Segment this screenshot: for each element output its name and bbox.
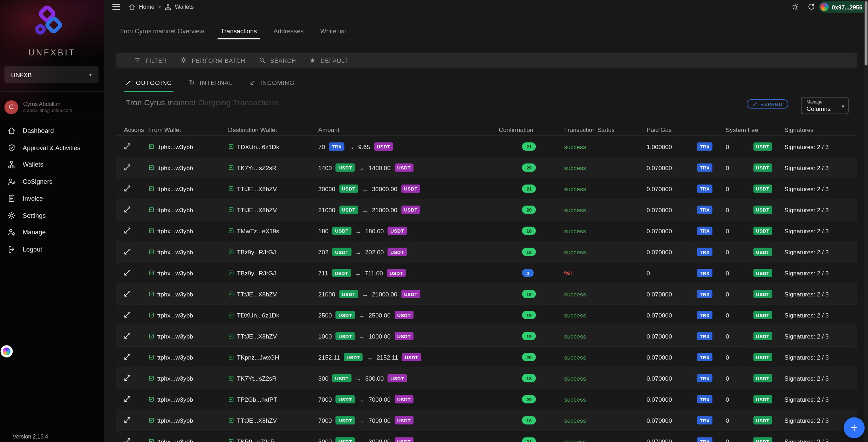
- contract-icon: [228, 417, 234, 423]
- contract-icon: [228, 270, 234, 276]
- destination-wallet-address[interactable]: TKpnz...JwxGH: [237, 354, 279, 361]
- destination-wallet-address[interactable]: TTtJE...X8hZV: [237, 185, 277, 192]
- from-wallet-address[interactable]: ttphx...w3ybb: [157, 248, 193, 255]
- token-badge: USDT: [332, 374, 351, 382]
- from-wallet-address[interactable]: ttphx...w3ybb: [157, 206, 193, 213]
- contract-icon: [148, 228, 154, 234]
- sidebar-item-wallets[interactable]: Wallets: [0, 156, 104, 173]
- confirmation-badge: 18: [522, 374, 536, 382]
- row-expand-icon[interactable]: [123, 289, 131, 297]
- from-wallet-address[interactable]: ttphx...w3ybb: [157, 396, 193, 403]
- destination-wallet-address[interactable]: TBz9y...RJrGJ: [237, 270, 276, 276]
- signatures: Signatures: 2 / 3: [784, 164, 857, 171]
- row-expand-icon[interactable]: [123, 184, 131, 192]
- breadcrumb-home[interactable]: Home: [139, 3, 155, 10]
- from-wallet-address[interactable]: ttphx...w3ybb: [157, 291, 193, 297]
- from-wallet-address[interactable]: ttphx...w3ybb: [157, 270, 193, 276]
- tab-overview[interactable]: Tron Cyrus mainnet Overview: [117, 24, 207, 39]
- row-expand-icon[interactable]: [123, 268, 131, 276]
- breadcrumb-wallets[interactable]: Wallets: [175, 3, 194, 10]
- destination-wallet-address[interactable]: TBz9y...RJrGJ: [237, 248, 276, 255]
- from-wallet-address[interactable]: ttphx...w3ybb: [157, 227, 193, 234]
- system-fee-value: 0: [726, 164, 729, 171]
- destination-wallet-address[interactable]: TP2Gb...hxfPT: [237, 396, 277, 403]
- row-expand-icon[interactable]: [123, 205, 131, 213]
- tab-outgoing[interactable]: ↗ OUTGOING: [124, 76, 173, 92]
- filter-button[interactable]: FILTER: [134, 56, 167, 64]
- tab-addresses[interactable]: Addresses: [270, 24, 307, 39]
- from-wallet-address[interactable]: ttphx...w3ybb: [157, 185, 193, 192]
- default-button[interactable]: ★ DEFAULT: [309, 56, 348, 64]
- transaction-status: success: [564, 312, 586, 319]
- tab-white-list[interactable]: White list: [317, 24, 349, 39]
- scrollbar[interactable]: [864, 0, 868, 442]
- wallet-address-badge[interactable]: 0x97...2956: [819, 1, 868, 13]
- signatures: Signatures: 2 / 3: [784, 227, 857, 234]
- table-toolbar: FILTER PERFORM BATCH SEARCH ★ DEFAULT: [116, 53, 857, 68]
- destination-wallet-address[interactable]: TTtJE...X8hZV: [237, 291, 277, 297]
- from-wallet-address[interactable]: ttphx...w3ybb: [157, 375, 193, 382]
- destination-wallet-address[interactable]: TK7Yt...sZ2sR: [237, 164, 276, 171]
- row-expand-icon[interactable]: [123, 395, 131, 403]
- destination-wallet-address[interactable]: TK7Yt...sZ2sR: [237, 375, 276, 382]
- sidebar-item-dashboard[interactable]: Dashboard: [0, 122, 104, 139]
- tab-transactions[interactable]: Transactions: [217, 24, 260, 39]
- from-wallet-address[interactable]: ttphx...w3ybb: [157, 438, 193, 442]
- manage-columns-select[interactable]: Manage Columns ▾: [801, 97, 849, 114]
- hamburger-menu-icon[interactable]: [112, 4, 120, 11]
- tab-incoming[interactable]: ↙ INCOMING: [248, 76, 296, 92]
- row-expand-icon[interactable]: [123, 163, 131, 171]
- row-expand-icon[interactable]: [123, 374, 131, 382]
- sidebar-item-cosigners[interactable]: CoSigners: [0, 173, 104, 190]
- destination-wallet-address[interactable]: TDXUn...6z1Dk: [237, 312, 279, 319]
- sidebar-item-approval-activities[interactable]: Approval & Activities: [0, 139, 104, 156]
- tab-internal[interactable]: ↻ INTERNAL: [188, 76, 234, 92]
- breadcrumb-separator: >: [158, 4, 161, 9]
- sidebar-item-logout[interactable]: Logout: [0, 241, 104, 257]
- column-header-transaction-status: Transaction Status: [564, 126, 647, 133]
- from-wallet-address[interactable]: ttphx...w3ybb: [157, 354, 193, 361]
- row-expand-icon[interactable]: [123, 310, 131, 318]
- row-expand-icon[interactable]: [123, 416, 131, 424]
- row-expand-icon[interactable]: [123, 226, 131, 234]
- destination-wallet-address[interactable]: TDXUn...6z1Dk: [237, 143, 279, 150]
- confirmation-badge: 0: [522, 269, 534, 277]
- theme-toggle-icon[interactable]: [791, 2, 799, 11]
- from-wallet-address[interactable]: ttphx...w3ybb: [157, 333, 193, 340]
- expand-label: EXPAND: [760, 101, 783, 107]
- sidebar-item-invoice[interactable]: Invoice: [0, 190, 104, 207]
- org-select[interactable]: UNFXB ▾: [5, 66, 99, 83]
- batch-icon: [180, 56, 187, 64]
- widget-launcher-icon[interactable]: [1, 345, 13, 357]
- destination-wallet-address[interactable]: TKP9...sZ2sR: [237, 438, 275, 442]
- refresh-icon[interactable]: [807, 2, 815, 11]
- from-wallet-address[interactable]: ttphx...w3ybb: [157, 312, 193, 319]
- paid-gas-value: 0.070000: [647, 291, 672, 297]
- row-expand-icon[interactable]: [123, 332, 131, 339]
- transaction-status: success: [564, 248, 586, 255]
- transaction-status: success: [564, 291, 586, 297]
- from-wallet-address[interactable]: ttphx...w3ybb: [157, 417, 193, 424]
- perform-batch-button[interactable]: PERFORM BATCH: [180, 56, 245, 64]
- row-expand-icon[interactable]: [123, 353, 131, 360]
- from-wallet-address[interactable]: ttphx...w3ybb: [157, 143, 193, 150]
- from-wallet-address[interactable]: ttphx...w3ybb: [157, 164, 193, 171]
- search-button[interactable]: SEARCH: [259, 56, 296, 64]
- row-expand-icon[interactable]: [123, 142, 131, 150]
- add-button[interactable]: +: [843, 417, 864, 438]
- scrollbar-thumb[interactable]: [864, 1, 867, 65]
- sidebar-item-manage[interactable]: Manage: [0, 224, 104, 241]
- destination-wallet-address[interactable]: TTtJE...X8hZV: [237, 206, 277, 213]
- destination-wallet-address[interactable]: TTtJE...X8hZV: [237, 333, 277, 340]
- signatures: Signatures: 2 / 3: [784, 375, 857, 382]
- user-card[interactable]: C Cyrus Abdollahi c.abdollahi@unfxb.com: [0, 95, 104, 119]
- contract-icon: [148, 312, 154, 318]
- destination-wallet-address[interactable]: TTtJE...X8hZV: [237, 417, 277, 424]
- row-expand-icon[interactable]: [123, 247, 131, 255]
- amount-from-value: 711: [318, 270, 328, 276]
- row-expand-icon[interactable]: [123, 437, 131, 442]
- transaction-status: success: [564, 185, 586, 192]
- sidebar-item-settings[interactable]: Settings: [0, 207, 104, 224]
- destination-wallet-address[interactable]: TMwTz...eX19s: [237, 227, 279, 234]
- expand-button[interactable]: ↗ EXPAND: [747, 99, 788, 109]
